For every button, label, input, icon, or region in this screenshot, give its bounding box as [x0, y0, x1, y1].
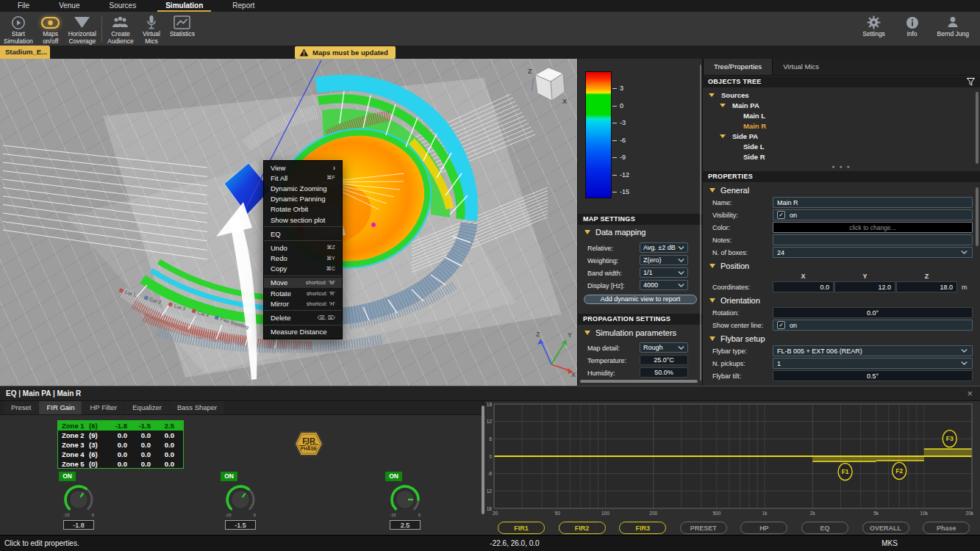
tree-resize-handle[interactable]: ● ● ● [703, 164, 980, 169]
fir-gain-knob[interactable]: -15 6 [223, 483, 258, 518]
value-field-flybar-tilt[interactable]: 0.5° [773, 370, 973, 381]
tree-scrollbar[interactable] [976, 92, 979, 164]
close-icon[interactable]: × [967, 388, 973, 400]
tree-item-side-l[interactable]: Side L [703, 141, 980, 151]
toolbar-settings-button[interactable]: Settings [859, 13, 890, 38]
context-menu-item-redo[interactable]: Redo⌘Y [264, 253, 342, 264]
filter-button-fir3[interactable]: FIR3 [619, 522, 666, 534]
eq-splitter-handle[interactable] [482, 406, 484, 514]
checkbox-icon[interactable]: ✓ [777, 211, 785, 219]
zone-row-zone-5[interactable]: Zone 5(0)0.00.00.0 [58, 459, 183, 469]
properties-scrollbar[interactable] [976, 187, 979, 246]
toolbar-virtual-mics-button[interactable]: Virtual Mics [136, 13, 167, 46]
property-section-general[interactable]: General [703, 184, 980, 197]
context-menu-item-fit-all[interactable]: Fit All⌘F [264, 173, 342, 183]
toolbar-create-audience-button[interactable]: Create Audience [105, 13, 136, 46]
collapse-triangle-icon[interactable] [709, 264, 715, 268]
dropdown-n-of-boxes[interactable]: 24 [773, 247, 973, 258]
context-menu-item-move[interactable]: Moveshortcut: 'M' [264, 278, 342, 288]
toolbar-info-button[interactable]: Info [897, 13, 928, 38]
zone-row-zone-1[interactable]: Zone 1(6)-1.8-1.52.5 [58, 421, 183, 431]
collapse-triangle-icon[interactable] [584, 331, 590, 335]
fir-gain-knob[interactable]: -15 6 [61, 483, 96, 518]
zone-row-zone-3[interactable]: Zone 3(3)0.00.00.0 [58, 440, 183, 450]
simulation-parameters-section[interactable]: Simulation parameters [578, 327, 702, 339]
viewport-3d[interactable]: Cat 1 Cat 2 Cat 3 Cat 4 Flex Standing Z … [0, 59, 577, 386]
menu-item-report[interactable]: Report [218, 0, 269, 12]
tab-virtual-mics[interactable]: Virtual Mics [773, 59, 829, 75]
dropdown-flybar-type[interactable]: FL-B 005 + EXT 006 (REAR) [773, 345, 973, 356]
fir-gain-knob[interactable]: -15 6 [387, 483, 423, 518]
context-menu-item-eq[interactable]: EQ [264, 228, 342, 239]
toolbar-statistics-button[interactable]: Statistics [167, 13, 198, 46]
coordinate-field-y[interactable]: 12.0 [834, 281, 895, 292]
checkbox-field-show-center-line[interactable]: ✓on [773, 320, 973, 331]
fir-gain-value-field[interactable]: -1.8 [63, 520, 94, 530]
fir-gain-value-field[interactable]: 2.5 [390, 520, 421, 530]
toolbar-user-button[interactable]: Bernd Jung [935, 13, 971, 38]
value-field-humidity[interactable]: 50.0% [640, 367, 688, 378]
dropdown-relative[interactable]: Avg. ±2 dB [640, 242, 688, 253]
checkbox-field-visibility[interactable]: ✓on [773, 209, 973, 220]
menu-item-simulation[interactable]: Simulation [151, 0, 218, 12]
menu-item-sources[interactable]: Sources [95, 0, 151, 12]
context-menu-item-undo[interactable]: Undo⌘Z [264, 242, 342, 253]
context-menu-item-measure-distance[interactable]: Measure Distance [264, 327, 342, 337]
fir-on-badge[interactable]: ON [59, 472, 76, 481]
fir-gain-value-field[interactable]: -1.5 [225, 520, 256, 530]
value-field-rotation[interactable]: 0.0° [773, 307, 973, 318]
collapse-triangle-icon[interactable] [709, 188, 715, 192]
text-field-name[interactable]: Main R [773, 197, 973, 208]
context-menu-item-dynamic-panning[interactable]: Dynamic Panning [264, 194, 342, 204]
maps-warning-banner[interactable]: Maps must be updated [295, 46, 396, 59]
filter-icon[interactable] [967, 78, 975, 86]
zone-row-zone-4[interactable]: Zone 4(6)0.00.00.0 [58, 450, 183, 459]
context-menu-item-dynamic-zooming[interactable]: Dynamic Zooming [264, 183, 342, 193]
listener-point[interactable] [371, 223, 376, 227]
eq-tab-hp-filter[interactable]: HP Filter [82, 401, 124, 414]
toolbar-horizontal-coverage-button[interactable]: Horizontal Coverage [66, 13, 99, 46]
eq-tab-fir-gain[interactable]: FIR Gain [39, 401, 82, 414]
horizontal-scrollbar[interactable] [580, 380, 698, 383]
menu-item-venue[interactable]: Venue [44, 0, 94, 12]
menu-item-file[interactable]: File [3, 0, 44, 12]
checkbox-icon[interactable]: ✓ [777, 321, 785, 329]
tree-item-main-l[interactable]: Main L [703, 110, 980, 120]
filter-button-fir1[interactable]: FIR1 [498, 522, 545, 534]
coordinate-field-z[interactable]: 18.0 [896, 281, 957, 292]
tree-item-sources[interactable]: Sources [703, 90, 980, 100]
zone-gain-table[interactable]: Zone 1(6)-1.8-1.52.5Zone 2(9)0.00.00.0Zo… [57, 420, 184, 469]
dropdown-display-hz[interactable]: 4000 [640, 280, 688, 290]
dropdown-n-pickups[interactable]: 1 [773, 358, 973, 369]
dropdown-band-width[interactable]: 1/1 [640, 267, 688, 278]
fir-on-badge[interactable]: ON [221, 472, 237, 481]
context-menu-item-copy[interactable]: Copy⌘C [264, 264, 342, 274]
dropdown-weighting[interactable]: Z(ero) [640, 255, 688, 265]
value-field-temperature[interactable]: 25.0°C [640, 355, 688, 365]
color-field[interactable]: click to change... [773, 222, 973, 233]
filter-button-hp[interactable]: HP [740, 522, 787, 534]
eq-response-graph[interactable]: 181260-6-12-1820501002005001k2k5k10k20kF… [487, 401, 980, 520]
tree-item-main-r[interactable]: Main R [703, 120, 980, 131]
eq-tab-equalizer[interactable]: Equalizer [125, 401, 169, 414]
document-tab[interactable]: Stadium_E... [0, 46, 50, 59]
filter-button-preset[interactable]: PRESET [680, 522, 727, 534]
fir-on-badge[interactable]: ON [385, 472, 402, 481]
collapse-triangle-icon[interactable] [709, 298, 715, 303]
text-field-notes[interactable] [773, 234, 973, 245]
view-cube[interactable]: Z X [528, 68, 567, 105]
collapse-triangle-icon[interactable] [584, 230, 590, 234]
filter-button-eq[interactable]: EQ [801, 522, 848, 534]
filter-button-overall[interactable]: OVERALL [862, 522, 909, 534]
tab-tree-properties[interactable]: Tree/Properties [703, 59, 773, 75]
context-menu-item-rotate[interactable]: Rotateshortcut: 'R' [264, 288, 342, 298]
expand-triangle-icon[interactable] [720, 104, 726, 107]
toolbar-start-simulation-button[interactable]: Start Simulation [1, 13, 35, 46]
property-section-orientation[interactable]: Orientation [703, 294, 980, 307]
zone-row-zone-2[interactable]: Zone 2(9)0.00.00.0 [58, 431, 183, 440]
context-menu-item-show-section-plot[interactable]: Show section plot [264, 215, 342, 225]
tree-item-side-r[interactable]: Side R [703, 151, 980, 162]
context-menu-item-view[interactable]: View› [264, 162, 342, 173]
expand-triangle-icon[interactable] [720, 134, 726, 138]
expand-triangle-icon[interactable] [709, 93, 715, 97]
